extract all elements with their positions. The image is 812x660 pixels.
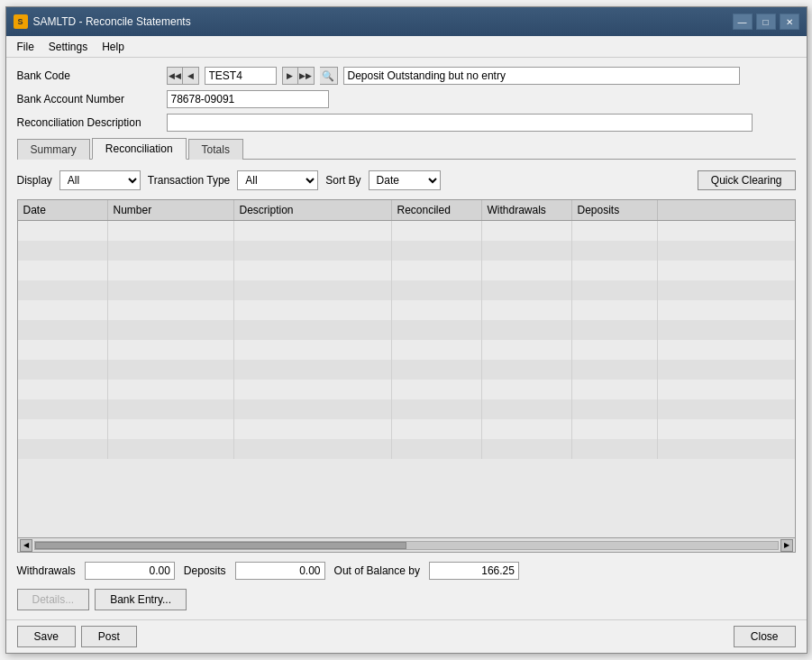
tab-bar: Summary Reconciliation Totals xyxy=(17,137,796,160)
action-row: Details... Bank Entry... xyxy=(17,585,796,610)
scroll-right-button[interactable]: ▶ xyxy=(780,539,793,552)
bank-code-input[interactable] xyxy=(205,67,277,85)
menu-settings[interactable]: Settings xyxy=(41,39,95,55)
transaction-table: Date Number Description Reconciled Withd… xyxy=(17,199,796,553)
display-select[interactable]: All Outstanding Cleared xyxy=(59,170,141,190)
totals-row: Withdrawals Deposits Out of Balance by xyxy=(17,558,796,580)
bank-account-row: Bank Account Number xyxy=(17,90,796,108)
recon-desc-label: Reconciliation Description xyxy=(17,116,161,129)
nav-controls-right: ▶ ▶▶ xyxy=(282,67,315,85)
bank-account-input[interactable] xyxy=(167,90,329,108)
withdrawals-label: Withdrawals xyxy=(17,564,76,577)
transaction-type-select[interactable]: All Cheque Deposit Other xyxy=(237,170,318,190)
scroll-track[interactable] xyxy=(34,541,779,550)
bank-entry-button[interactable]: Bank Entry... xyxy=(95,589,187,610)
display-label: Display xyxy=(17,174,52,187)
out-of-balance-label: Out of Balance by xyxy=(334,564,420,577)
recon-desc-row: Reconciliation Description xyxy=(17,114,796,132)
table-row xyxy=(18,399,795,419)
scroll-left-button[interactable]: ◀ xyxy=(20,539,32,552)
table-row xyxy=(18,241,795,261)
table-body[interactable] xyxy=(18,221,795,537)
out-of-balance-value[interactable] xyxy=(429,562,519,580)
main-window: S SAMLTD - Reconcile Statements — □ ✕ Fi… xyxy=(5,6,807,654)
col-header-reconciled: Reconciled xyxy=(392,200,482,220)
col-header-date: Date xyxy=(18,200,108,220)
table-header: Date Number Description Reconciled Withd… xyxy=(18,200,795,221)
maximize-button[interactable]: □ xyxy=(756,14,776,30)
deposits-label: Deposits xyxy=(184,564,226,577)
nav-controls: ◀◀ ◀ xyxy=(167,67,199,85)
details-button[interactable]: Details... xyxy=(17,589,90,610)
nav-next-button[interactable]: ▶ xyxy=(282,67,298,85)
nav-prev-button[interactable]: ◀ xyxy=(183,67,199,85)
footer: Save Post Close xyxy=(6,619,807,653)
table-row xyxy=(18,221,795,241)
col-header-scroll xyxy=(658,200,676,220)
table-row xyxy=(18,360,795,380)
withdrawals-value[interactable] xyxy=(85,562,175,580)
col-header-deposits: Deposits xyxy=(572,200,658,220)
nav-last-button[interactable]: ▶▶ xyxy=(298,67,315,85)
bank-code-label: Bank Code xyxy=(17,69,161,82)
bank-desc-input[interactable] xyxy=(343,67,740,85)
tab-reconciliation[interactable]: Reconciliation xyxy=(92,138,187,160)
table-row xyxy=(18,439,795,459)
close-window-button[interactable]: ✕ xyxy=(780,14,799,30)
app-icon: S xyxy=(14,14,28,29)
menu-bar: File Settings Help xyxy=(6,36,807,58)
sort-by-select[interactable]: Date Number Description xyxy=(369,170,441,190)
title-bar: S SAMLTD - Reconcile Statements — □ ✕ xyxy=(6,7,807,36)
table-row xyxy=(18,320,795,340)
table-row xyxy=(18,419,795,439)
scroll-thumb[interactable] xyxy=(35,542,406,549)
filter-row: Display All Outstanding Cleared Transact… xyxy=(17,165,796,194)
table-row xyxy=(18,280,795,300)
minimize-button[interactable]: — xyxy=(733,14,753,30)
bank-code-row: Bank Code ◀◀ ◀ ▶ ▶▶ 🔍 xyxy=(17,67,796,85)
close-button[interactable]: Close xyxy=(734,626,796,647)
col-header-number: Number xyxy=(108,200,234,220)
title-bar-controls: — □ ✕ xyxy=(733,14,799,30)
nav-first-button[interactable]: ◀◀ xyxy=(167,67,183,85)
content-area: Bank Code ◀◀ ◀ ▶ ▶▶ 🔍 Bank Account Numbe… xyxy=(6,58,807,619)
quick-clearing-button[interactable]: Quick Clearing xyxy=(698,170,796,190)
tab-totals[interactable]: Totals xyxy=(188,139,243,160)
transaction-type-label: Transaction Type xyxy=(148,174,230,187)
col-header-description: Description xyxy=(234,200,392,220)
tab-summary[interactable]: Summary xyxy=(17,139,90,160)
horizontal-scrollbar[interactable]: ◀ ▶ xyxy=(18,537,795,552)
col-header-withdrawals: Withdrawals xyxy=(482,200,572,220)
save-button[interactable]: Save xyxy=(17,626,76,647)
menu-help[interactable]: Help xyxy=(95,39,132,55)
bank-account-label: Bank Account Number xyxy=(17,93,161,105)
deposits-value[interactable] xyxy=(235,562,325,580)
table-row xyxy=(18,300,795,320)
post-button[interactable]: Post xyxy=(81,626,137,647)
search-button[interactable]: 🔍 xyxy=(320,67,338,85)
menu-file[interactable]: File xyxy=(10,39,41,55)
sort-by-label: Sort By xyxy=(325,174,360,187)
table-row xyxy=(18,380,795,399)
table-row xyxy=(18,261,795,280)
table-row xyxy=(18,340,795,360)
recon-desc-input[interactable] xyxy=(167,114,753,132)
title-bar-text: SAMLTD - Reconcile Statements xyxy=(33,15,733,28)
